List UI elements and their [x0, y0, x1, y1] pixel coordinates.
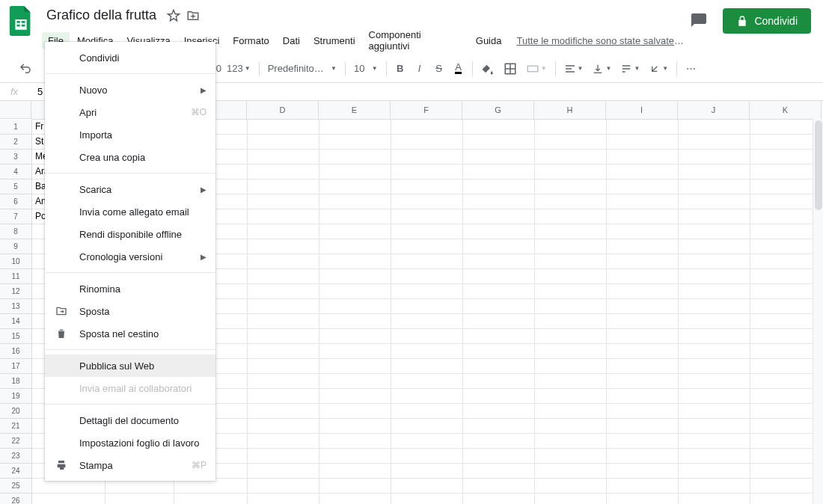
undo-button[interactable]: [15, 59, 36, 79]
file-menu-apri[interactable]: Apri⌘O: [45, 101, 215, 123]
cell-I22[interactable]: [607, 434, 679, 449]
cell-I7[interactable]: [607, 209, 679, 224]
row-header-19[interactable]: 19: [0, 389, 31, 404]
text-color-button[interactable]: A: [450, 59, 468, 79]
cell-D3[interactable]: [248, 150, 319, 165]
cell-D19[interactable]: [248, 389, 319, 404]
cell-E8[interactable]: [319, 224, 391, 239]
cell-E10[interactable]: [319, 254, 391, 269]
cell-J15[interactable]: [679, 329, 750, 344]
cell-E26[interactable]: [319, 494, 391, 504]
cell-K14[interactable]: [750, 314, 822, 329]
cell-I1[interactable]: [607, 120, 679, 135]
cell-D17[interactable]: [248, 359, 319, 374]
cell-F26[interactable]: [391, 494, 463, 504]
row-header-8[interactable]: 8: [0, 224, 31, 239]
cell-I9[interactable]: [607, 239, 679, 254]
cell-J22[interactable]: [679, 434, 750, 449]
text-rotation-button[interactable]: ▼: [645, 59, 672, 79]
cell-I3[interactable]: [607, 150, 679, 165]
file-menu-crea-una-copia[interactable]: Crea una copia: [45, 146, 215, 168]
cell-K7[interactable]: [750, 209, 822, 224]
cell-E9[interactable]: [319, 239, 391, 254]
cell-E6[interactable]: [319, 194, 391, 209]
cell-F16[interactable]: [391, 344, 463, 359]
row-header-25[interactable]: 25: [0, 479, 31, 494]
cell-K9[interactable]: [750, 239, 822, 254]
cell-I14[interactable]: [607, 314, 679, 329]
borders-button[interactable]: [500, 59, 521, 79]
cell-E12[interactable]: [319, 284, 391, 299]
cell-H17[interactable]: [535, 359, 607, 374]
cell-K4[interactable]: [750, 165, 822, 179]
cell-J5[interactable]: [679, 179, 750, 194]
cell-I17[interactable]: [607, 359, 679, 374]
cell-F12[interactable]: [391, 284, 463, 299]
cell-K19[interactable]: [750, 389, 822, 404]
cell-E17[interactable]: [319, 359, 391, 374]
save-status[interactable]: Tutte le modifiche sono state salvate i…: [516, 35, 684, 46]
cell-D15[interactable]: [248, 329, 319, 344]
col-header-E[interactable]: E: [319, 101, 391, 119]
cell-F8[interactable]: [391, 224, 463, 239]
cell-E25[interactable]: [319, 479, 391, 494]
cell-J25[interactable]: [679, 479, 750, 494]
cell-H25[interactable]: [535, 479, 607, 494]
cell-H7[interactable]: [535, 209, 607, 224]
cell-G2[interactable]: [463, 135, 535, 150]
horizontal-align-button[interactable]: ▼: [560, 59, 587, 79]
file-menu-impostazioni-foglio-di-lavoro[interactable]: Impostazioni foglio di lavoro: [45, 431, 215, 454]
cell-I15[interactable]: [607, 329, 679, 344]
cell-I18[interactable]: [607, 374, 679, 389]
cell-H1[interactable]: [535, 120, 607, 135]
cell-G6[interactable]: [463, 194, 535, 209]
cell-E22[interactable]: [319, 434, 391, 449]
cell-F19[interactable]: [391, 389, 463, 404]
cell-J18[interactable]: [679, 374, 750, 389]
cell-E24[interactable]: [319, 464, 391, 479]
merge-cells-button[interactable]: ▼: [522, 59, 551, 79]
cell-F10[interactable]: [391, 254, 463, 269]
cell-K17[interactable]: [750, 359, 822, 374]
cell-I10[interactable]: [607, 254, 679, 269]
row-header-4[interactable]: 4: [0, 165, 31, 179]
cell-F5[interactable]: [391, 179, 463, 194]
cell-J8[interactable]: [679, 224, 750, 239]
cell-D18[interactable]: [248, 374, 319, 389]
cell-I16[interactable]: [607, 344, 679, 359]
cell-H22[interactable]: [535, 434, 607, 449]
cell-F6[interactable]: [391, 194, 463, 209]
cell-H4[interactable]: [535, 165, 607, 179]
row-header-21[interactable]: 21: [0, 419, 31, 434]
cell-F9[interactable]: [391, 239, 463, 254]
cell-H21[interactable]: [535, 419, 607, 434]
file-menu-cronologia-versioni[interactable]: Cronologia versioni▶: [45, 245, 215, 268]
vertical-align-button[interactable]: ▼: [588, 59, 615, 79]
cell-H5[interactable]: [535, 179, 607, 194]
cell-C25[interactable]: [174, 479, 248, 494]
cell-B26[interactable]: [105, 494, 174, 504]
cell-H12[interactable]: [535, 284, 607, 299]
cell-H26[interactable]: [535, 494, 607, 504]
cell-J16[interactable]: [679, 344, 750, 359]
cell-I21[interactable]: [607, 419, 679, 434]
cell-K23[interactable]: [750, 449, 822, 464]
bold-button[interactable]: B: [391, 59, 409, 79]
cell-D10[interactable]: [248, 254, 319, 269]
cell-J21[interactable]: [679, 419, 750, 434]
cell-J10[interactable]: [679, 254, 750, 269]
file-menu-condividi[interactable]: Condividi: [45, 46, 215, 69]
row-header-16[interactable]: 16: [0, 344, 31, 359]
menu-strumenti[interactable]: Strumenti: [308, 32, 361, 49]
file-menu-sposta-nel-cestino[interactable]: Sposta nel cestino: [45, 322, 215, 345]
cell-J3[interactable]: [679, 150, 750, 165]
font-family-select[interactable]: Predefinito… ▼: [264, 59, 340, 79]
cell-K2[interactable]: [750, 135, 822, 150]
cell-D21[interactable]: [248, 419, 319, 434]
cell-J23[interactable]: [679, 449, 750, 464]
cell-J1[interactable]: [679, 120, 750, 135]
cell-J6[interactable]: [679, 194, 750, 209]
cell-J12[interactable]: [679, 284, 750, 299]
cell-F11[interactable]: [391, 269, 463, 284]
cell-F25[interactable]: [391, 479, 463, 494]
